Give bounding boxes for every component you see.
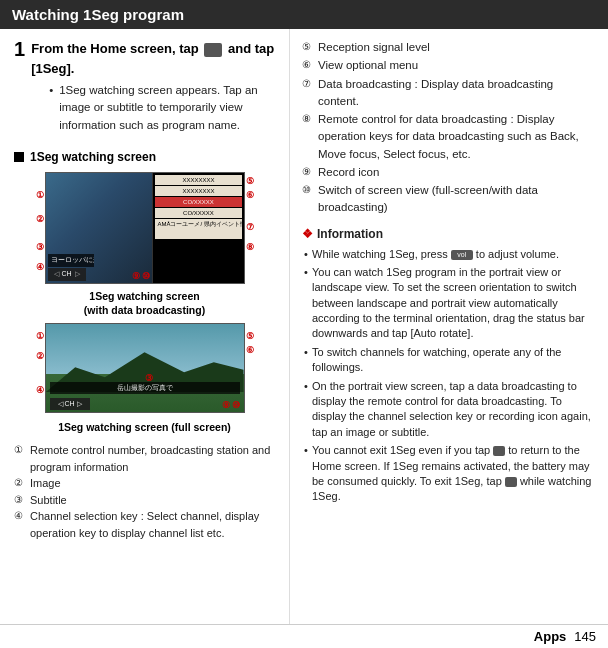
- info-heading: ❖ Information: [302, 225, 596, 243]
- callout-10: ⑩: [142, 272, 150, 281]
- screen1-caption: 1Seg watching screen (with data broadcas…: [14, 290, 275, 317]
- callout-f3: ③: [145, 374, 153, 383]
- labels-list: ① Remote control number, broadcasting st…: [14, 442, 275, 541]
- step1-bullet: 1Seg watching screen appears. Tap an ima…: [49, 82, 275, 134]
- left-column: 1 From the Home screen, tap and tap [1Se…: [0, 29, 290, 643]
- screen-full: 岳山撮影の写真で ① ② ⑤ ⑥ ③ ④ ◁ CH ▷ ⑨ ⑩: [14, 323, 275, 434]
- diamond-icon: ❖: [302, 225, 313, 243]
- tv-image-left: ヨーロッパに来した: [46, 173, 153, 283]
- callout-f2: ②: [36, 352, 44, 361]
- right-labels-list: ⑤ Reception signal level ⑥ View optional…: [302, 39, 596, 217]
- info-bullet-5: You cannot exit 1Seg even if you tap to …: [302, 443, 596, 505]
- screens-container: ヨーロッパに来した XXXXXXXX XXXXXXXX CO/XXXXX CO/…: [14, 172, 275, 434]
- callout-8: ⑧: [246, 243, 254, 252]
- ch-bar: ◁ CH ▷: [48, 268, 86, 281]
- tv-data-right: XXXXXXXX XXXXXXXX CO/XXXXX CO/XXXXX AMÅコ…: [152, 173, 243, 283]
- right-label-10: ⑩ Switch of screen view (full-screen/wit…: [302, 182, 596, 217]
- step-title: From the Home screen, tap and tap [1Seg]…: [31, 39, 275, 78]
- footer-page-number: 145: [574, 629, 596, 644]
- right-label-7: ⑦ Data broadcasting : Display data broad…: [302, 76, 596, 111]
- callout-f1: ①: [36, 332, 44, 341]
- bottom-icons-full: ⑨ ⑩: [222, 401, 240, 410]
- data-row-wide: AMÅコーユーメ/ 県内イベント情 市 町 村 か ら の 情: [155, 219, 241, 239]
- page-header: Watching 1Seg program: [0, 0, 608, 29]
- ch-bar-full: ◁ CH ▷: [50, 398, 90, 411]
- callout-9: ⑨: [132, 272, 140, 281]
- callout-f6: ⑥: [246, 346, 254, 355]
- label-4: ④ Channel selection key : Select channel…: [14, 508, 275, 541]
- screen-data-broadcast: ヨーロッパに来した XXXXXXXX XXXXXXXX CO/XXXXX CO/…: [14, 172, 275, 318]
- right-label-5: ⑤ Reception signal level: [302, 39, 596, 56]
- callout-f4: ④: [36, 386, 44, 395]
- subtitle-full: 岳山撮影の写真で: [50, 382, 240, 395]
- right-label-6: ⑥ View optional menu: [302, 57, 596, 74]
- data-row-2: XXXXXXXX: [155, 186, 241, 196]
- black-square-icon: [14, 152, 24, 162]
- label-2: ② Image: [14, 475, 275, 492]
- label-3: ③ Subtitle: [14, 492, 275, 509]
- section-heading-label: 1Seg watching screen: [30, 148, 156, 166]
- callout-6: ⑥: [246, 191, 254, 200]
- seg-screen-full: 岳山撮影の写真で ① ② ⑤ ⑥ ③ ④ ◁ CH ▷ ⑨ ⑩: [45, 323, 245, 413]
- info-bullet-2: You can watch 1Seg program in the portra…: [302, 265, 596, 342]
- callout-f9: ⑨: [222, 401, 230, 410]
- right-label-9: ⑨ Record icon: [302, 164, 596, 181]
- info-list: While watching 1Seg, press vol to adjust…: [302, 247, 596, 505]
- callout-f5: ⑤: [246, 332, 254, 341]
- data-row-3: CO/XXXXX: [155, 197, 241, 207]
- section-heading-1seg: 1Seg watching screen: [14, 148, 275, 166]
- info-bullet-4: On the portrait view screen, tap a data …: [302, 379, 596, 441]
- data-row-1: XXXXXXXX: [155, 175, 241, 185]
- callout-7: ⑦: [246, 223, 254, 232]
- subtitle-bar: ヨーロッパに来した: [48, 254, 94, 267]
- step-number: 1: [14, 39, 25, 59]
- callout-3: ③: [36, 243, 44, 252]
- callout-2: ②: [36, 215, 44, 224]
- callout-1: ①: [36, 191, 44, 200]
- info-bullet-3: To switch channels for watching, operate…: [302, 345, 596, 376]
- label-1: ① Remote control number, broadcasting st…: [14, 442, 275, 475]
- screen-image-data: ヨーロッパに来した XXXXXXXX XXXXXXXX CO/XXXXX CO/…: [46, 173, 244, 283]
- right-column: ⑤ Reception signal level ⑥ View optional…: [290, 29, 608, 643]
- header-title: Watching 1Seg program: [12, 6, 184, 23]
- seg-screen-data: ヨーロッパに来した XXXXXXXX XXXXXXXX CO/XXXXX CO/…: [45, 172, 245, 284]
- data-row-4: CO/XXXXX: [155, 208, 241, 218]
- callout-5: ⑤: [246, 177, 254, 186]
- bottom-icons: ⑨ ⑩: [132, 272, 150, 281]
- info-heading-label: Information: [317, 225, 383, 243]
- info-bullet-1: While watching 1Seg, press vol to adjust…: [302, 247, 596, 262]
- footer-apps-label: Apps: [534, 629, 567, 644]
- footer: Apps 145: [0, 624, 608, 648]
- right-label-8: ⑧ Remote control for data broadcasting :…: [302, 111, 596, 163]
- screen2-caption: 1Seg watching screen (full screen): [14, 421, 275, 435]
- callout-4: ④: [36, 263, 44, 272]
- callout-f10: ⑩: [232, 401, 240, 410]
